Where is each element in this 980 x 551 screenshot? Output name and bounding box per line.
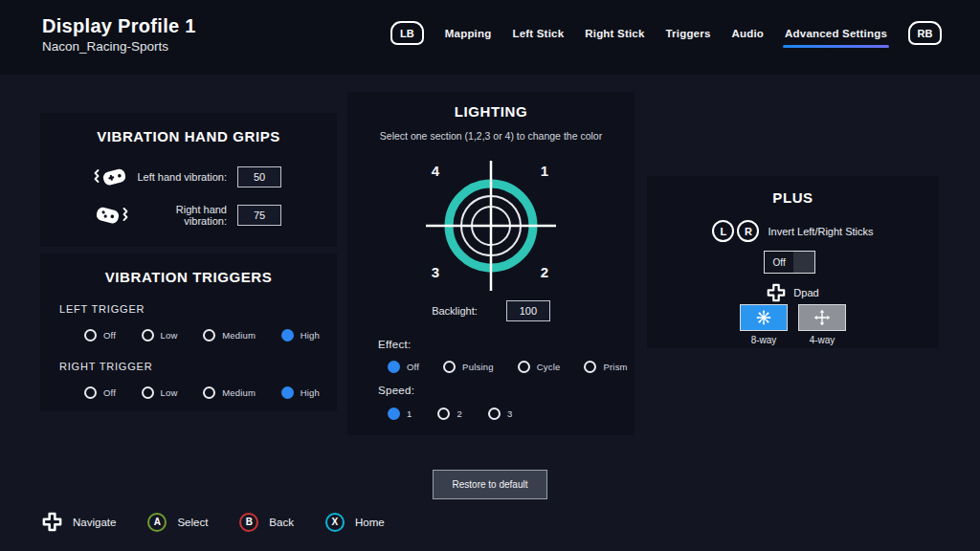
lighting-panel: LIGHTING Select one section (1,2,3 or 4)…	[347, 92, 635, 435]
lighting-target: 4 1 3 2	[347, 157, 635, 298]
radio-icon[interactable]	[84, 386, 97, 399]
radio-icon[interactable]	[443, 361, 456, 373]
page-title: Display Profile 1	[42, 15, 196, 37]
left-hand-vibration-input[interactable]: 50	[237, 166, 281, 187]
snowflake-8way-icon	[755, 309, 772, 326]
dpad-row: Dpad	[647, 283, 939, 302]
radio-effect-cycle[interactable]: Cycle	[518, 361, 561, 373]
radio-effect-pulsing[interactable]: Pulsing	[443, 361, 494, 373]
radio-icon[interactable]	[142, 329, 154, 342]
radio-icon[interactable]	[84, 329, 97, 342]
radio-right-trigger-high[interactable]: High	[281, 386, 320, 399]
top-bar: Display Profile 1 Nacon_Racing-Sports LB…	[0, 0, 980, 75]
left-trigger-options: Off Low Medium High	[84, 329, 320, 342]
radio-label: Medium	[222, 387, 256, 398]
restore-default-button[interactable]: Restore to default	[433, 470, 547, 499]
4way-button[interactable]	[798, 304, 846, 331]
radio-icon[interactable]	[142, 386, 154, 399]
invert-sticks-toggle[interactable]: Off	[764, 251, 815, 274]
lighting-section-1[interactable]: 1	[537, 163, 552, 179]
tab-left-stick[interactable]: Left Stick	[512, 28, 564, 39]
backlight-row: Backlight: 100	[347, 300, 635, 321]
radio-label: 2	[457, 408, 461, 419]
radio-label: Off	[407, 362, 419, 372]
right-hand-vibration-label: Right hand vibration:	[132, 204, 227, 227]
toggle-value: Off	[765, 252, 793, 273]
backlight-input[interactable]: 100	[506, 300, 550, 321]
a-button-icon: A	[147, 513, 167, 532]
radio-icon-selected[interactable]	[281, 386, 294, 399]
radio-icon-selected[interactable]	[281, 329, 294, 342]
radio-right-trigger-off[interactable]: Off	[84, 386, 116, 399]
right-trigger-options: Off Low Medium High	[84, 386, 320, 399]
radio-right-trigger-medium[interactable]: Medium	[203, 386, 256, 399]
radio-speed-1[interactable]: 1	[388, 408, 412, 420]
right-hand-vibration-icon	[94, 204, 132, 227]
right-hand-vibration-row: Right hand vibration: 75	[94, 203, 281, 228]
radio-icon[interactable]	[203, 386, 215, 399]
panel-title: LIGHTING	[347, 103, 635, 120]
radio-left-trigger-low[interactable]: Low	[142, 329, 178, 342]
radio-icon[interactable]	[437, 408, 450, 420]
hint-home: X Home	[325, 513, 385, 532]
tab-advanced-settings[interactable]: Advanced Settings	[785, 28, 887, 39]
radio-icon-selected[interactable]	[388, 408, 400, 420]
radio-icon-selected[interactable]	[388, 361, 400, 373]
app-window: Display Profile 1 Nacon_Racing-Sports LB…	[0, 0, 980, 551]
radio-icon[interactable]	[518, 361, 530, 373]
radio-speed-2[interactable]: 2	[437, 408, 461, 420]
radio-icon[interactable]	[488, 408, 501, 420]
dpad-mode-8way[interactable]: 8-way	[740, 304, 788, 345]
lighting-section-4[interactable]: 4	[428, 163, 443, 179]
plus-panel: PLUS L R Invert Left/Right Sticks Off Dp…	[647, 176, 939, 348]
rb-bumper-icon[interactable]: RB	[908, 21, 942, 45]
radio-label: Medium	[222, 330, 256, 341]
vibration-triggers-panel: VIBRATION TRIGGERS LEFT TRIGGER Off Low …	[40, 253, 337, 411]
lighting-section-3[interactable]: 3	[428, 264, 443, 280]
hint-label: Back	[269, 517, 294, 528]
radio-icon[interactable]	[584, 361, 596, 373]
left-hand-vibration-icon	[94, 165, 132, 188]
tab-audio[interactable]: Audio	[731, 28, 764, 39]
hint-back: B Back	[239, 513, 294, 532]
hint-select: A Select	[147, 513, 208, 532]
invert-sticks-label: Invert Left/Right Sticks	[768, 226, 873, 237]
dpad-label: Dpad	[793, 287, 818, 298]
left-stick-button-icon: L	[712, 220, 734, 242]
tab-mapping[interactable]: Mapping	[445, 28, 492, 39]
dpad-icon	[767, 283, 786, 302]
left-hand-vibration-label: Left hand vibration:	[132, 171, 227, 183]
dpad-mode-4way[interactable]: 4-way	[798, 304, 846, 345]
radio-right-trigger-low[interactable]: Low	[142, 386, 178, 399]
hint-navigate: Navigate	[42, 512, 116, 532]
toggle-track	[793, 252, 814, 273]
radio-effect-off[interactable]: Off	[388, 361, 419, 373]
radio-left-trigger-high[interactable]: High	[281, 329, 320, 342]
radio-speed-3[interactable]: 3	[488, 408, 512, 420]
lb-bumper-icon[interactable]: LB	[390, 21, 424, 45]
radio-label: Low	[161, 330, 178, 341]
radio-label: 1	[407, 408, 412, 419]
panel-title: PLUS	[647, 189, 939, 206]
x-button-icon: X	[325, 513, 345, 532]
right-hand-vibration-input[interactable]: 75	[237, 205, 281, 226]
dpad-icon	[42, 512, 62, 532]
right-trigger-label: RIGHT TRIGGER	[59, 361, 152, 372]
4way-label: 4-way	[810, 335, 835, 345]
panel-title: VIBRATION HAND GRIPS	[40, 128, 337, 144]
tab-triggers[interactable]: Triggers	[666, 28, 711, 39]
backlight-label: Backlight:	[432, 305, 478, 317]
effect-label: Effect:	[378, 339, 412, 350]
right-stick-button-icon: R	[737, 220, 759, 242]
radio-left-trigger-off[interactable]: Off	[84, 329, 116, 342]
move-4way-icon	[813, 309, 831, 326]
radio-label: Prism	[603, 362, 627, 372]
radio-icon[interactable]	[203, 329, 215, 342]
tab-right-stick[interactable]: Right Stick	[585, 28, 644, 39]
8way-button[interactable]	[740, 304, 788, 331]
profile-name: Nacon_Racing-Sports	[42, 39, 196, 54]
radio-left-trigger-medium[interactable]: Medium	[203, 329, 256, 342]
radio-label: Cycle	[537, 362, 561, 372]
lighting-section-2[interactable]: 2	[537, 264, 552, 280]
radio-effect-prism[interactable]: Prism	[584, 361, 627, 373]
